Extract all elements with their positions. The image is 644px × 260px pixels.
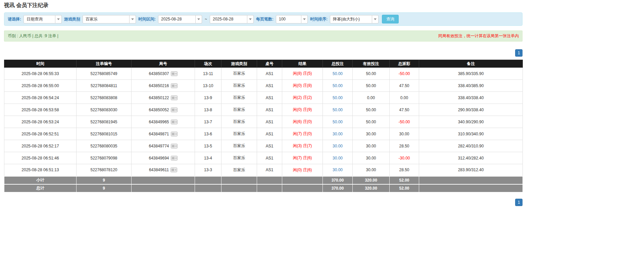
chevron-down-icon[interactable] [247,15,254,23]
total-bet-link[interactable]: 50.00 [333,120,343,124]
table-row: 2025-08-28 06:52:51522768081015643849871… [4,128,523,140]
query-type-select[interactable] [23,15,62,23]
cell-round-id: 643849871 [132,128,195,140]
per-page-select[interactable] [276,15,308,23]
cell-valid-bet: 30.00 [353,128,390,140]
col-header-payout: 总派彩 [390,60,419,68]
sort-order-input[interactable] [330,15,372,23]
total-bet-link[interactable]: 50.00 [333,83,343,88]
cell-session: 13-6 [195,128,221,140]
cell-note: 338.40/385.90 [419,80,523,92]
cell-session: 13-9 [195,92,221,104]
cell-round-id: 643850307 [132,68,195,80]
date-to-input[interactable] [210,15,247,23]
total-bet-link[interactable]: 50.00 [333,108,343,112]
date-from-picker[interactable] [158,15,202,23]
cell-result: 闲(2) 庄(2) [282,92,323,104]
col-header-bet-id: 注单编号 [77,60,132,68]
result-player: 闲(6) [293,119,302,124]
result-banker: 庄(8) [303,83,312,88]
chevron-down-icon[interactable] [196,15,202,23]
total-bet-link[interactable]: 30.00 [333,144,343,148]
total-bet-link[interactable]: 30.00 [333,156,343,160]
filter-bar: 请选择: 游戏类别 时间区间: ~ 每页笔数: 时间排序: [4,12,523,26]
col-header-game-type: 游戏类别 [221,60,257,68]
cell-result: 闲(6) 庄(0) [282,116,323,128]
cell-payout: 0.00 [390,92,419,104]
cell-session: 13-7 [195,116,221,128]
cell-table-no: AS1 [257,128,282,140]
date-to-picker[interactable] [210,15,254,23]
cell-time: 2025-08-28 06:54:24 [4,92,77,104]
caret-shape [303,18,306,20]
cell-time: 2025-08-28 06:53:58 [4,104,77,116]
subtotal-total-bet: 370.00 [323,176,353,184]
table-row: 2025-08-28 06:53:58522768083030643850052… [4,104,523,116]
cell-total-bet: 50.00 [323,68,353,80]
cell-round-id: 643849774 [132,140,195,152]
result-player: 闲(0) [293,168,302,172]
total-count: 9 [77,184,132,192]
cell-session: 13-11 [195,68,221,80]
result-banker: 庄(5) [303,71,312,76]
result-banker: 庄(6) [303,168,312,172]
cell-table-no: AS1 [257,140,282,152]
search-button[interactable]: 查询 [382,15,399,23]
cell-total-bet: 30.00 [323,140,353,152]
cell-note: 283.90/312.40 [419,164,523,176]
cell-total-bet: 50.00 [323,92,353,104]
cell-session: 13-10 [195,80,221,92]
cell-time: 2025-08-28 06:52:51 [4,128,77,140]
per-page-input[interactable] [276,15,301,23]
subtotal-payout: 52.00 [390,176,419,184]
total-bet-link[interactable]: 30.00 [333,132,343,136]
cell-time: 2025-08-28 06:55:33 [4,68,77,80]
col-header-time: 时间 [4,60,77,68]
table-row: 2025-08-28 06:55:33522768085749643850307… [4,68,523,80]
total-bet-link[interactable]: 30.00 [333,168,343,172]
chevron-down-icon[interactable] [372,15,379,23]
video-replay-icon[interactable] [171,120,178,124]
chevron-down-icon[interactable] [301,15,308,23]
game-type-input[interactable] [83,15,130,23]
video-replay-icon[interactable] [171,108,178,112]
video-replay-icon[interactable] [171,144,178,148]
sort-order-select[interactable] [330,15,379,23]
game-type-select[interactable] [83,15,136,23]
video-replay-icon[interactable] [171,156,178,160]
cell-game-type: 百家乐 [221,104,257,116]
payout-value: -30.00 [398,156,410,160]
table-row: 2025-08-28 06:54:24522768083808643850122… [4,92,523,104]
cell-valid-bet: 50.00 [353,116,390,128]
chevron-down-icon[interactable] [55,15,62,23]
query-type-input[interactable] [23,15,55,23]
cell-round-id: 643850216 [132,80,195,92]
cell-note: 312.40/282.40 [419,152,523,164]
video-replay-icon[interactable] [171,71,178,76]
table-row: 2025-08-28 06:52:17522768080035643849774… [4,140,523,152]
video-replay-icon[interactable] [171,83,178,88]
total-bet-link[interactable]: 50.00 [333,95,343,100]
cell-time: 2025-08-28 06:51:13 [4,164,77,176]
cell-payout: -50.00 [390,68,419,80]
chevron-down-icon[interactable] [130,15,136,23]
cell-payout: 47.50 [390,80,419,92]
video-replay-icon[interactable] [170,168,177,172]
total-bet-link[interactable]: 50.00 [333,71,343,76]
cell-game-type: 百家乐 [221,164,257,176]
total-total-bet: 370.00 [323,184,353,192]
cell-time: 2025-08-28 06:55:00 [4,80,77,92]
pagination-page-button[interactable]: 1 [515,199,523,206]
caret-shape [249,18,252,20]
cell-game-type: 百家乐 [221,68,257,80]
cell-bet-id: 522768080035 [77,140,132,152]
result-player: 闲(0) [293,107,302,112]
result-player: 闲(8) [293,71,302,76]
cell-table-no: AS1 [257,92,282,104]
pagination-page-button[interactable]: 1 [515,49,523,57]
cell-bet-id: 522768083030 [77,104,132,116]
video-replay-icon[interactable] [171,132,178,136]
date-from-input[interactable] [158,15,196,23]
subtotal-row: 小计 9 370.00 320.00 52.00 [4,176,523,184]
video-replay-icon[interactable] [171,95,178,100]
